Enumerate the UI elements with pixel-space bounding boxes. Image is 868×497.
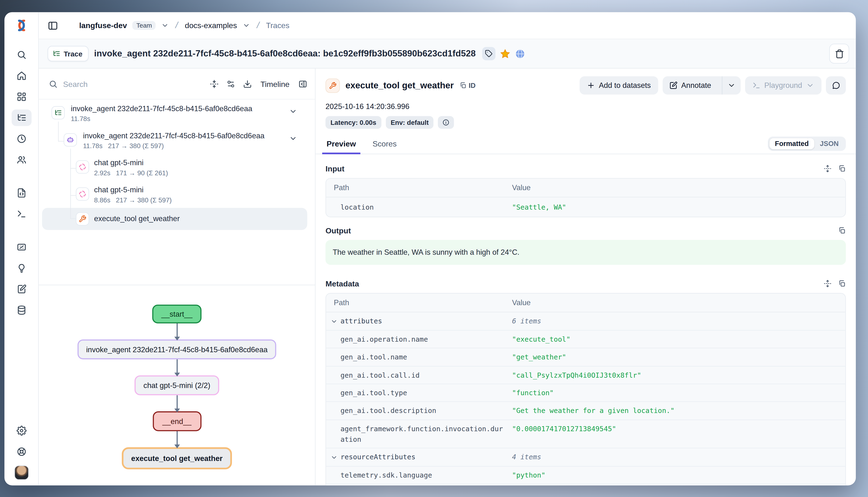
span-metrics: 11.78s217 → 380 (Σ 597) (83, 142, 164, 150)
view-settings-icon[interactable] (226, 79, 235, 88)
search-icon[interactable] (11, 46, 31, 63)
span-metrics: 2.92s171 → 90 (Σ 261) (94, 169, 168, 177)
prompts-icon[interactable] (11, 185, 31, 201)
breadcrumb-separator: / (255, 20, 261, 30)
metadata-row: gen_ai.tool.description"Get the weather … (326, 402, 845, 420)
span-label: invoke_agent 232de211-7fcf-45c8-b415-6af… (83, 131, 265, 140)
annotate-button[interactable]: Annotate (663, 76, 718, 95)
pencil-square-icon (669, 81, 677, 89)
observation-timestamp: 2025-10-16 14:20:36.996 (326, 102, 846, 111)
table-row: location "Seattle, WA" (326, 197, 845, 217)
input-table: Path Value location "Seattle, WA" (326, 178, 846, 217)
detail-tabs: Preview Scores Formatted JSON (316, 133, 856, 154)
column-header-path: Path (326, 183, 512, 192)
download-icon[interactable] (243, 79, 252, 88)
metadata-group-row[interactable]: attributes 6 items (326, 313, 845, 331)
chevron-down-icon (330, 454, 337, 461)
metadata-group-row[interactable]: resourceAttributes 4 items (326, 449, 845, 467)
tab-preview[interactable]: Preview (326, 139, 357, 154)
star-icon[interactable] (500, 48, 511, 59)
metadata-row: gen_ai.tool.call.id"call_PsylzxTpQh4i0OI… (326, 366, 845, 384)
graph-node-start[interactable]: __start__ (152, 305, 201, 323)
metadata-table: Path Value attributes 6 items gen_ai.ope… (326, 293, 846, 485)
span-label: invoke_agent 232de211-7fcf-45c8-b415-6af… (71, 104, 252, 113)
env-badge: Env: default (386, 116, 434, 129)
graph-node-end[interactable]: __end__ (153, 411, 202, 431)
span-label: chat gpt-5-mini (94, 159, 144, 167)
dashboards-icon[interactable] (11, 88, 31, 105)
trace-tree-icon (53, 50, 60, 57)
chevron-down-icon[interactable] (289, 134, 297, 143)
chevron-down-icon[interactable] (289, 107, 297, 116)
latency-badge: Latency: 0.00s (326, 116, 381, 129)
trace-tree-panel: Search Timeline (39, 69, 316, 485)
span-label: execute_tool get_weather (94, 214, 180, 223)
settings-icon[interactable] (11, 422, 31, 439)
column-header-value: Value (512, 299, 845, 307)
graph-node-tool-selected[interactable]: execute_tool get_weather (122, 447, 232, 469)
observation-detail-panel: execute_tool get_weather ID Add to datas… (316, 69, 856, 485)
timeline-toggle[interactable]: Timeline (259, 79, 291, 88)
collapse-panel-icon[interactable] (299, 79, 307, 88)
evaluation-icon[interactable] (11, 239, 31, 255)
info-icon[interactable] (438, 116, 454, 129)
copy-icon (459, 82, 466, 89)
graph-edge (176, 395, 178, 411)
span-metrics: 8.86s217 → 380 (Σ 597) (94, 196, 172, 204)
copy-icon[interactable] (838, 165, 846, 172)
graph-node-agent[interactable]: invoke_agent 232de211-7fcf-45c8-b415-6af… (78, 340, 277, 359)
expand-icon[interactable] (824, 165, 831, 172)
org-plan-badge: Team (133, 21, 156, 30)
trace-title-bar: Trace invoke_agent 232de211-7fcf-45c8-b4… (39, 39, 856, 68)
plus-icon (587, 81, 595, 89)
copy-icon[interactable] (838, 280, 846, 288)
add-to-datasets-button[interactable]: Add to datasets (579, 76, 658, 95)
delete-trace-button[interactable] (829, 44, 849, 63)
public-globe-icon[interactable] (515, 48, 526, 59)
sessions-icon[interactable] (11, 130, 31, 147)
insights-icon[interactable] (11, 260, 31, 276)
format-toggle: Formatted JSON (768, 137, 846, 151)
collapse-all-icon[interactable] (209, 79, 218, 88)
playground-icon[interactable] (11, 206, 31, 222)
search-input[interactable]: Search (49, 79, 202, 88)
output-value: The weather in Seattle, WA is sunny with… (326, 240, 846, 265)
trace-type-badge: Trace (47, 46, 88, 61)
user-avatar[interactable] (14, 466, 29, 480)
chevron-down-icon (330, 318, 337, 325)
terminal-icon (752, 81, 761, 89)
playground-button[interactable]: Playground (745, 76, 822, 95)
input-heading: Input (326, 164, 344, 173)
org-chevron-icon[interactable] (161, 22, 169, 29)
datasets-icon[interactable] (11, 302, 31, 318)
metadata-row: gen_ai.operation.name"execute_tool" (326, 330, 845, 349)
metadata-heading: Metadata (326, 280, 359, 288)
breadcrumb-org[interactable]: langfuse-dev (79, 21, 127, 30)
home-icon[interactable] (11, 68, 31, 84)
format-json[interactable]: JSON (814, 138, 844, 150)
traces-icon[interactable] (11, 110, 31, 126)
breadcrumb-section[interactable]: Traces (266, 21, 289, 30)
annotate-dropdown-chevron[interactable] (722, 76, 740, 95)
graph-node-chat[interactable]: chat gpt-5-mini (2/2) (135, 375, 219, 395)
project-chevron-icon[interactable] (243, 22, 250, 29)
comments-button[interactable] (826, 76, 846, 95)
annotation-icon[interactable] (11, 281, 31, 297)
span-duration: 11.78s (71, 115, 91, 123)
tree-toolbar: Search Timeline (39, 69, 315, 100)
support-icon[interactable] (11, 443, 31, 460)
expand-icon[interactable] (824, 280, 831, 288)
format-formatted[interactable]: Formatted (770, 138, 814, 150)
copy-id-button[interactable]: ID (459, 82, 476, 89)
search-icon (49, 79, 58, 88)
graph-edge (176, 431, 178, 447)
users-icon[interactable] (11, 152, 31, 168)
tag-icon[interactable] (482, 47, 496, 60)
copy-icon[interactable] (838, 227, 846, 235)
detail-scroll-area[interactable]: Input Path Value (316, 154, 856, 485)
metadata-row: telemetry.sdk.language"python" (326, 467, 845, 484)
sidebar-toggle-icon[interactable] (47, 20, 58, 31)
tab-scores[interactable]: Scores (372, 139, 398, 154)
breadcrumb-project[interactable]: docs-examples (185, 21, 237, 30)
chevron-down-icon (806, 81, 814, 89)
